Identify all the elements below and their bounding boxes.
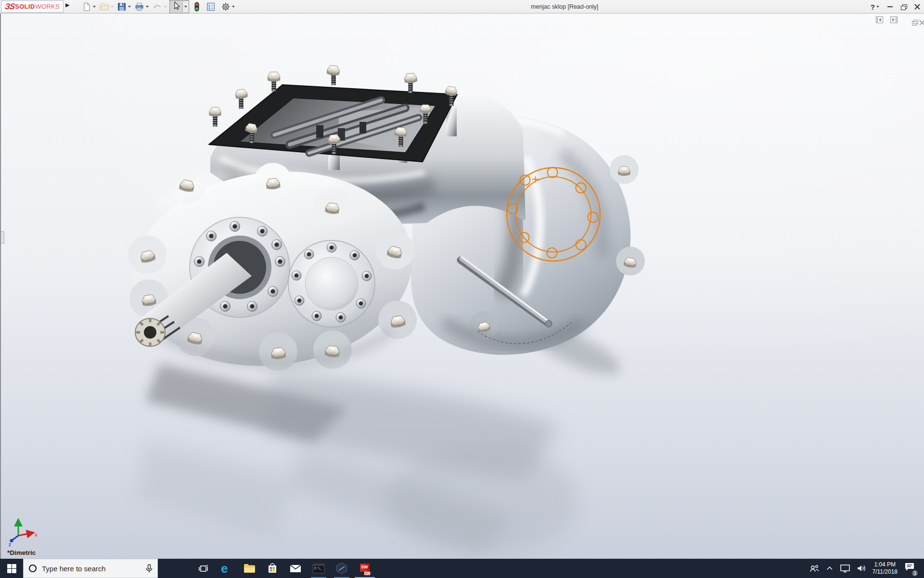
rebuild-traffic-light-icon [193, 1, 201, 12]
options-button[interactable] [220, 1, 236, 13]
tray-clock[interactable]: 1:04 PM 7/11/2018 [873, 561, 898, 576]
restore-icon [901, 4, 906, 9]
cortana-icon [28, 564, 37, 573]
network-icon[interactable] [840, 564, 850, 573]
save-floppy-icon [117, 2, 127, 12]
logo-solid-text: SOLID [15, 3, 35, 10]
save-button[interactable] [116, 1, 132, 13]
svg-text:SW: SW [361, 565, 368, 569]
gearbox-model[interactable] [1, 13, 924, 559]
store-icon [267, 563, 278, 574]
select-dropdown-caret[interactable] [184, 6, 187, 8]
save-dropdown-caret[interactable] [128, 6, 131, 8]
new-document-icon [82, 2, 91, 12]
logo-mark: ЗS [4, 2, 15, 12]
document-window-controls [876, 16, 919, 23]
taskbar-search[interactable] [23, 559, 158, 578]
open-button[interactable] [98, 1, 115, 13]
file-explorer-icon [244, 563, 256, 574]
taskbar-apps: e [192, 559, 376, 578]
chevron-up-icon[interactable] [826, 565, 834, 572]
restore-button[interactable] [901, 4, 906, 9]
start-button[interactable] [0, 559, 23, 578]
search-input[interactable] [42, 565, 141, 573]
triad-x-label: x [35, 532, 38, 538]
rebuild-button[interactable] [192, 0, 202, 13]
tray-date: 7/11/2018 [873, 568, 898, 576]
view-orientation-label: *Dimetric [7, 549, 36, 556]
window-controls: ? [871, 0, 920, 13]
previous-pane-button[interactable] [876, 16, 883, 23]
edge-icon: e [219, 562, 233, 575]
people-icon[interactable] [809, 564, 820, 573]
open-folder-icon [99, 2, 109, 12]
help-button[interactable]: ? [871, 3, 879, 11]
select-cursor-icon [171, 1, 181, 11]
screen: ЗS SOLIDWORKS ▶ [0, 0, 924, 578]
command-prompt-icon: C:\_ [312, 563, 325, 574]
menu-flyout-arrow[interactable]: ▶ [65, 2, 69, 8]
undo-dropdown-caret[interactable] [164, 6, 167, 8]
logo-works-text: WORKS [35, 3, 60, 10]
pane-right-icon [891, 17, 897, 23]
file-explorer-button[interactable] [238, 559, 261, 578]
task-view-button[interactable] [192, 559, 215, 578]
standard-toolbar [81, 1, 237, 13]
new-dropdown-caret[interactable] [93, 6, 96, 8]
solidworks-2017-icon: SW 2017 [359, 562, 372, 575]
taskbar: e [0, 559, 924, 578]
print-dropdown-caret[interactable] [146, 6, 149, 8]
svg-text:e: e [221, 562, 228, 575]
new-button[interactable] [81, 1, 97, 13]
action-center-button[interactable]: 3 [904, 562, 916, 575]
task-view-icon [197, 563, 209, 574]
titlebar: ЗS SOLIDWORKS ▶ [0, 0, 924, 13]
pane-left-icon [876, 17, 883, 23]
windows-logo-icon [7, 564, 16, 573]
svg-text:C:\_: C:\_ [314, 567, 322, 570]
hexagon-app-icon [335, 562, 348, 575]
triad-z-label: z [9, 542, 11, 547]
file-properties-icon [206, 2, 216, 12]
solidworks-app-button[interactable]: SW 2017 [353, 559, 376, 578]
options-gear-icon [221, 2, 231, 12]
microphone-icon[interactable] [146, 564, 153, 573]
next-pane-button[interactable] [890, 16, 898, 23]
mail-button[interactable] [284, 559, 307, 578]
help-icon: ? [871, 3, 875, 11]
panel-splitter-tab[interactable] [1, 231, 4, 244]
close-icon [914, 4, 920, 10]
print-button[interactable] [133, 1, 150, 13]
speaker-icon[interactable] [857, 564, 866, 573]
tray-time: 1:04 PM [873, 561, 898, 568]
top-cover-gasket[interactable] [209, 65, 458, 162]
options-dropdown-caret[interactable] [232, 6, 235, 8]
hexagon-app-button[interactable] [330, 559, 353, 578]
print-icon [134, 2, 144, 12]
system-tray: 1:04 PM 7/11/2018 3 [809, 559, 924, 578]
svg-text:2017: 2017 [364, 572, 372, 575]
file-properties-button[interactable] [205, 1, 217, 13]
graphics-viewport[interactable]: x z *Dimetric [0, 13, 924, 559]
close-button[interactable] [914, 4, 920, 10]
undo-arrow-icon [152, 2, 163, 12]
minimize-icon [887, 6, 893, 7]
window-title: menjac sklop [Read-only] [531, 3, 598, 10]
help-dropdown-caret[interactable] [876, 6, 879, 8]
select-button[interactable] [169, 0, 189, 13]
store-button[interactable] [261, 559, 284, 578]
undo-button[interactable] [151, 1, 168, 13]
reference-triad: x z [5, 518, 48, 549]
mail-icon [289, 563, 302, 574]
edge-button[interactable]: e [215, 559, 238, 578]
notification-badge: 3 [911, 570, 918, 577]
solidworks-logo: ЗS SOLIDWORKS [1, 0, 64, 13]
minimize-button[interactable] [887, 6, 893, 7]
open-dropdown-caret[interactable] [111, 6, 114, 8]
command-prompt-button[interactable]: C:\_ [307, 559, 330, 578]
side-cover-hub[interactable] [288, 240, 375, 327]
